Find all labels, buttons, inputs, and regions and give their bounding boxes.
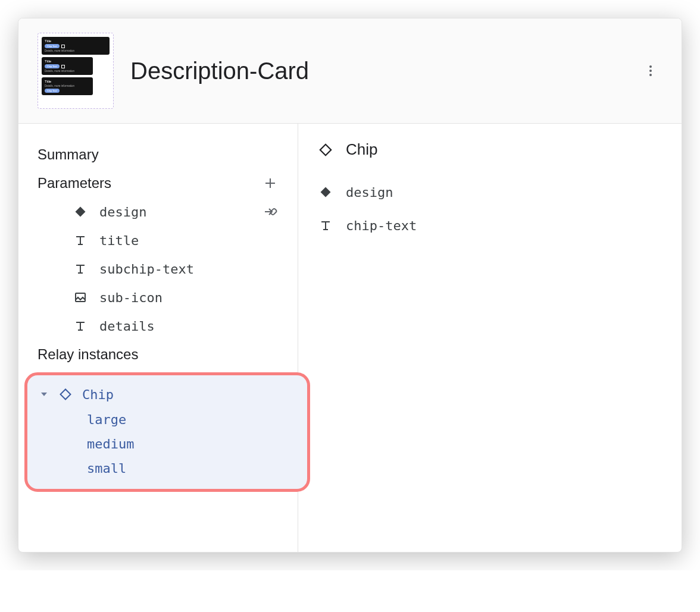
diamond-solid-icon xyxy=(317,184,334,200)
svg-rect-9 xyxy=(320,144,331,155)
parameter-design[interactable]: design xyxy=(18,197,298,226)
image-icon xyxy=(72,289,89,306)
svg-rect-10 xyxy=(321,187,331,197)
relay-instances-section: Relay instances xyxy=(18,340,298,369)
component-panel: Title Chip Text Details, more informatio… xyxy=(18,18,682,553)
add-parameter-button[interactable] xyxy=(262,175,279,192)
relay-variant-large[interactable]: large xyxy=(27,407,307,432)
svg-point-1 xyxy=(649,70,652,72)
diamond-solid-icon xyxy=(72,203,89,220)
more-options-button[interactable] xyxy=(639,59,662,83)
thumb-details: Details, more information xyxy=(45,49,107,52)
parameter-label: design xyxy=(99,205,251,219)
parameter-subchip-text[interactable]: subchip-text xyxy=(18,255,298,283)
diamond-outline-icon xyxy=(317,142,334,158)
parameter-label: title xyxy=(99,233,279,248)
component-title: Description-Card xyxy=(130,58,622,84)
relay-variant-label: medium xyxy=(87,437,134,451)
parameter-details[interactable]: details xyxy=(18,312,298,340)
parameters-section: Parameters xyxy=(18,169,298,197)
chevron-down-icon[interactable] xyxy=(39,391,49,398)
summary-section[interactable]: Summary xyxy=(18,140,298,169)
svg-rect-5 xyxy=(76,207,86,217)
svg-point-0 xyxy=(649,65,652,68)
parameter-label: details xyxy=(99,319,279,334)
relay-variant-medium[interactable]: medium xyxy=(27,432,307,456)
text-icon xyxy=(72,261,89,277)
panel-header: Title Chip Text Details, more informatio… xyxy=(18,18,682,124)
left-column: Summary Parameters design xyxy=(18,124,298,552)
relay-variant-small[interactable]: small xyxy=(27,456,307,481)
relay-instance-highlight: Chip large medium small xyxy=(24,372,310,492)
thumb-chip: Chip Text xyxy=(45,44,60,48)
svg-point-2 xyxy=(649,74,652,76)
component-thumbnail: Title Chip Text Details, more informatio… xyxy=(38,33,114,109)
text-icon xyxy=(72,232,89,249)
diamond-outline-icon xyxy=(57,386,74,403)
detail-item-label: chip-text xyxy=(346,218,417,233)
relay-instance-name: Chip xyxy=(82,387,114,402)
map-parameter-icon[interactable] xyxy=(262,203,279,220)
relay-variant-label: small xyxy=(87,461,126,476)
parameter-sub-icon[interactable]: sub-icon xyxy=(18,283,298,312)
detail-title-text: Chip xyxy=(346,140,377,159)
thumb-title: Title xyxy=(45,39,107,43)
text-icon xyxy=(317,217,334,234)
parameter-label: subchip-text xyxy=(99,262,279,277)
parameter-title[interactable]: title xyxy=(18,226,298,255)
svg-rect-8 xyxy=(61,390,71,400)
panel-body: Summary Parameters design xyxy=(18,124,682,552)
parameter-label: sub-icon xyxy=(99,290,279,305)
text-icon xyxy=(72,318,89,334)
detail-item-design[interactable]: design xyxy=(317,175,662,209)
detail-item-label: design xyxy=(346,185,393,200)
right-column: Chip design chip-text xyxy=(298,124,682,552)
parameters-label: Parameters xyxy=(38,175,111,192)
detail-item-chip-text[interactable]: chip-text xyxy=(317,209,662,242)
svg-rect-6 xyxy=(270,208,277,215)
relay-instance-chip[interactable]: Chip xyxy=(27,381,307,407)
detail-title: Chip xyxy=(317,140,662,159)
relay-variant-label: large xyxy=(87,412,126,427)
